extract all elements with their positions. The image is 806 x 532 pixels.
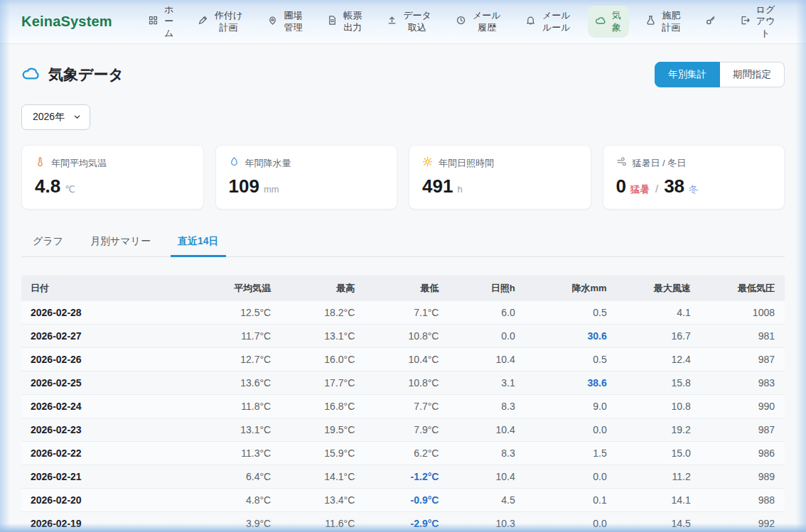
- column-header: 最大風速: [617, 276, 701, 301]
- brand-logo[interactable]: KeinaSystem: [21, 13, 112, 30]
- table-row: 2026-02-2313.1°C19.5°C7.9°C10.40.019.298…: [21, 418, 785, 442]
- column-header: 平均気温: [189, 276, 281, 301]
- nav-item-label: メールルール: [541, 10, 571, 33]
- stat-unit: h: [457, 184, 462, 195]
- view-toggle: 年別集計 期間指定: [655, 62, 785, 87]
- nav-item-home[interactable]: ホーム: [141, 0, 181, 43]
- cell-rain: 0.5: [525, 301, 617, 325]
- tab-recent-14-days[interactable]: 直近14日: [176, 228, 220, 256]
- stat-label: 猛暑日 / 冬日: [633, 157, 687, 170]
- cell-pressure: 981: [701, 325, 785, 348]
- cell-avg: 11.7°C: [189, 325, 281, 348]
- table-row: 2026-02-2812.5°C18.2°C7.1°C6.00.54.11008: [21, 301, 785, 325]
- home-grid-icon: [148, 15, 158, 28]
- cell-rain: 9.0: [525, 395, 617, 418]
- cell-max: 16.8°C: [281, 395, 365, 418]
- weather-table-body: 2026-02-2812.5°C18.2°C7.1°C6.00.54.11008…: [21, 301, 785, 532]
- nav-item-fertilization-plan[interactable]: 施肥計画: [638, 6, 689, 38]
- stat-cards: 年間平均気温 4.8 ℃ 年間降水量 109 mm 年間日照時間 4: [21, 145, 785, 210]
- nav-item-label: 圃場管理: [283, 10, 303, 33]
- table-row: 2026-02-204.8°C13.4°C-0.9°C4.50.114.1988: [21, 489, 785, 512]
- nav-item-label: データ取込: [402, 10, 433, 33]
- nav-item-password[interactable]: [698, 11, 724, 33]
- cell-wind: 4.1: [617, 301, 701, 325]
- column-header: 最低気圧: [701, 276, 785, 301]
- nav-item-label: 施肥計画: [661, 10, 682, 33]
- table-row: 2026-02-193.9°C11.6°C-2.9°C10.30.014.599…: [21, 512, 785, 532]
- tab-graph[interactable]: グラフ: [31, 228, 65, 256]
- sun-icon: [422, 156, 433, 170]
- cell-sun: 10.3: [448, 512, 525, 532]
- stat-label: 年間平均気温: [51, 157, 107, 170]
- cell-wind: 14.1: [617, 489, 701, 512]
- nav-item-report-output[interactable]: 帳票出力: [320, 6, 370, 38]
- cell-pressure: 987: [701, 348, 785, 371]
- cell-wind: 11.2: [617, 465, 701, 489]
- stat-unit: mm: [264, 184, 279, 195]
- cell-date: 2026-02-21: [21, 465, 189, 489]
- cell-sun: 4.5: [448, 489, 525, 512]
- nav-item-mail-rules[interactable]: メールルール: [518, 6, 579, 38]
- cell-pressure: 988: [701, 489, 785, 512]
- weather-table: 日付平均気温最高最低日照h降水mm最大風速最低気圧 2026-02-2812.5…: [21, 276, 785, 532]
- cell-date: 2026-02-25: [21, 371, 189, 395]
- nav-item-planting-plan[interactable]: 作付け計画: [190, 6, 251, 38]
- stat-unit: ℃: [65, 184, 75, 195]
- stat-label: 年間降水量: [245, 157, 291, 170]
- cell-avg: 12.7°C: [189, 348, 281, 371]
- droplet-icon: [229, 156, 240, 170]
- table-row: 2026-02-216.4°C14.1°C-1.2°C10.40.011.298…: [21, 465, 785, 489]
- cell-avg: 13.6°C: [189, 371, 281, 395]
- cell-min: 6.2°C: [365, 442, 448, 465]
- nav-item-label: 気象: [611, 10, 622, 33]
- nav-item-data-import[interactable]: データ取込: [380, 6, 440, 38]
- cell-min: -1.2°C: [365, 465, 448, 489]
- document-icon: [327, 15, 338, 28]
- cell-sun: 8.3: [448, 395, 525, 418]
- cell-avg: 12.5°C: [189, 301, 281, 325]
- yearly-summary-button[interactable]: 年別集計: [655, 62, 720, 87]
- cell-pressure: 989: [701, 465, 785, 489]
- cell-date: 2026-02-22: [21, 442, 189, 465]
- cell-date: 2026-02-24: [21, 395, 189, 418]
- cell-min: 10.8°C: [365, 371, 448, 395]
- table-row: 2026-02-2211.3°C15.9°C6.2°C8.31.515.0986: [21, 442, 785, 465]
- cell-wind: 19.2: [617, 418, 701, 442]
- cell-wind: 15.8: [617, 371, 701, 395]
- period-select-button[interactable]: 期間指定: [720, 62, 785, 87]
- hot-days-label: 猛暑: [630, 183, 650, 196]
- cell-pressure: 983: [701, 371, 785, 395]
- cell-min: -2.9°C: [365, 512, 448, 532]
- cell-date: 2026-02-19: [21, 512, 189, 532]
- cell-max: 16.0°C: [281, 348, 365, 371]
- cell-avg: 13.1°C: [189, 418, 281, 442]
- table-row: 2026-02-2411.8°C16.8°C7.7°C8.39.010.8990: [21, 395, 785, 418]
- cell-date: 2026-02-27: [21, 325, 189, 348]
- cloud-icon: [595, 15, 606, 29]
- table-row: 2026-02-2612.7°C16.0°C10.4°C10.40.512.49…: [21, 348, 785, 371]
- top-navbar: KeinaSystem ホーム 作付け計画 圃場管理 帳票出力 データ取込 メー…: [0, 0, 806, 44]
- nav-item-label: ログアウト: [756, 4, 776, 40]
- page-title: 気象データ: [21, 64, 124, 86]
- cell-max: 13.4°C: [281, 489, 365, 512]
- cell-sun: 10.4: [448, 418, 525, 442]
- cell-max: 17.7°C: [281, 371, 365, 395]
- tab-monthly-summary[interactable]: 月別サマリー: [89, 228, 152, 256]
- cell-avg: 3.9°C: [189, 512, 281, 532]
- nav-item-field-management[interactable]: 圃場管理: [260, 6, 311, 38]
- nav-item-mail-history[interactable]: メール履歴: [448, 6, 509, 38]
- cell-wind: 15.0: [617, 442, 701, 465]
- cell-rain: 0.0: [525, 418, 617, 442]
- column-header: 日照h: [448, 276, 525, 301]
- cell-wind: 10.8: [617, 395, 701, 418]
- stat-value: 4.8: [35, 175, 60, 197]
- cell-min: 7.7°C: [365, 395, 448, 418]
- nav-item-weather[interactable]: 気象: [588, 6, 629, 38]
- key-icon: [705, 15, 716, 29]
- nav-item-logout[interactable]: ログアウト: [733, 0, 783, 43]
- year-select[interactable]: 2026年: [21, 104, 90, 130]
- cell-sun: 0.0: [448, 325, 525, 348]
- cell-max: 13.1°C: [281, 325, 365, 348]
- nav-items: ホーム 作付け計画 圃場管理 帳票出力 データ取込 メール履歴 メールルール: [136, 0, 788, 43]
- cell-date: 2026-02-26: [21, 348, 189, 371]
